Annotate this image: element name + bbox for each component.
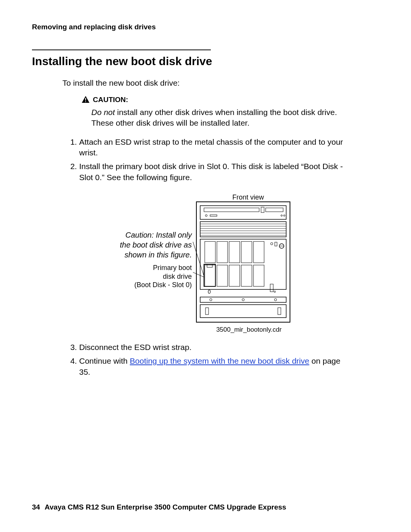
svg-rect-2	[85, 101, 86, 102]
svg-point-40	[242, 299, 244, 301]
svg-rect-20	[205, 241, 215, 263]
step-item: Install the primary boot disk drive in S…	[79, 161, 352, 183]
svg-rect-3	[196, 202, 290, 322]
svg-point-37	[274, 291, 276, 292]
svg-point-10	[281, 215, 282, 216]
annot-line: Primary boot	[153, 264, 192, 272]
step-prefix: Continue with	[79, 356, 130, 365]
svg-point-39	[210, 299, 212, 301]
annot-line: disk drive	[163, 273, 192, 280]
caution-label: CAUTION:	[93, 96, 128, 104]
annot-line: (Boot Disk - Slot 0)	[134, 281, 192, 289]
figure-annotation-plain: Primary boot disk drive (Boot Disk - Slo…	[127, 264, 192, 289]
caution-emphasis: Do not	[91, 108, 115, 117]
svg-rect-21	[217, 241, 228, 263]
svg-point-11	[284, 215, 285, 216]
svg-rect-44	[278, 308, 281, 315]
document-page: Removing and replacing disk drives Insta…	[0, 0, 411, 532]
svg-rect-4	[200, 206, 286, 219]
intro-text: To install the new boot disk drive:	[62, 78, 379, 88]
caution-rest: install any other disk drives when insta…	[91, 108, 337, 127]
svg-rect-35	[207, 264, 212, 267]
svg-rect-6	[261, 207, 264, 212]
svg-rect-5	[204, 208, 259, 212]
page-number: 34	[32, 503, 40, 511]
svg-rect-29	[205, 265, 215, 286]
svg-rect-31	[229, 265, 240, 286]
figure: Front view Caution: Install only the boo…	[32, 193, 379, 338]
section-rule	[32, 50, 211, 50]
svg-rect-7	[266, 208, 283, 212]
svg-rect-26	[275, 242, 277, 246]
svg-rect-23	[241, 241, 252, 263]
step-item: Disconnect the ESD wrist strap.	[79, 342, 352, 353]
page-title: Installing the new boot disk drive	[32, 55, 379, 68]
svg-rect-1	[85, 98, 86, 101]
svg-point-41	[274, 299, 277, 301]
svg-rect-24	[253, 241, 264, 263]
caution-heading: CAUTION:	[81, 96, 379, 105]
svg-point-8	[206, 215, 207, 217]
svg-rect-22	[229, 241, 240, 263]
svg-rect-9	[210, 215, 217, 216]
svg-rect-34	[204, 264, 215, 286]
slot-label: 0	[208, 289, 211, 295]
steps-list-upper: Attach an ESD wrist strap to the metal c…	[69, 137, 352, 183]
svg-rect-38	[200, 297, 286, 302]
device-diagram: 0	[196, 201, 291, 323]
page-footer: 34Avaya CMS R12 Sun Enterprise 3500 Comp…	[32, 503, 286, 511]
warning-icon	[81, 96, 90, 105]
running-head: Removing and replacing disk drives	[32, 23, 379, 31]
steps-list-lower: Disconnect the ESD wrist strap. Continue…	[69, 342, 352, 377]
svg-rect-36	[270, 284, 273, 292]
figure-filename: 3500_mir_bootonly.cdr	[211, 326, 287, 334]
figure-title: Front view	[210, 193, 286, 201]
svg-rect-32	[241, 265, 252, 286]
caution-body: Do not install any other disk drives whe…	[91, 107, 352, 129]
svg-rect-33	[253, 265, 264, 286]
step-item: Continue with Booting up the system with…	[79, 356, 352, 377]
step-item: Attach an ESD wrist strap to the metal c…	[79, 137, 352, 158]
svg-rect-42	[200, 305, 286, 318]
figure-annotation-italic: Caution: Install only the boot disk driv…	[116, 230, 192, 260]
svg-rect-43	[206, 308, 209, 315]
book-title: Avaya CMS R12 Sun Enterprise 3500 Comput…	[45, 503, 286, 511]
svg-point-25	[271, 243, 273, 245]
svg-rect-30	[217, 265, 228, 286]
cross-ref-link[interactable]: Booting up the system with the new boot …	[130, 356, 309, 365]
